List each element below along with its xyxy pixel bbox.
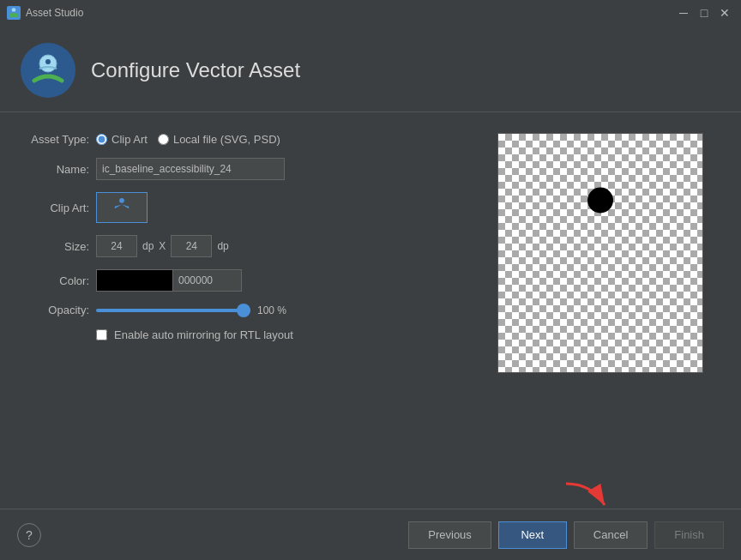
footer-left: ?	[17, 523, 41, 547]
android-studio-logo	[21, 43, 75, 98]
size-height-input[interactable]	[171, 235, 212, 257]
clip-art-radio-label[interactable]: Clip Art	[96, 133, 148, 146]
footer-right: Previous Next Cancel Finish	[408, 521, 724, 549]
name-label: Name:	[21, 163, 89, 176]
window-controls: ─ □ ✕	[674, 3, 734, 22]
asset-type-radio-group: Clip Art Local file (SVG, PSD)	[96, 133, 280, 146]
asset-studio-window: Asset Studio ─ □ ✕ Configure Vector Asse…	[0, 0, 741, 560]
dialog-body: Asset Type: Clip Art Local file (SVG, PS…	[0, 112, 741, 509]
window-title: Asset Studio	[26, 7, 674, 19]
clip-art-radio[interactable]	[96, 134, 107, 145]
title-bar: Asset Studio ─ □ ✕	[0, 0, 741, 26]
name-row: Name:	[21, 158, 480, 180]
clip-art-option-label: Clip Art	[111, 133, 148, 146]
help-button[interactable]: ?	[17, 523, 41, 547]
maximize-button[interactable]: □	[695, 3, 714, 22]
color-label: Color:	[21, 274, 89, 287]
opacity-controls: 100 %	[96, 304, 292, 316]
preview-figure	[523, 166, 678, 340]
rtl-checkbox-row: Enable auto mirroring for RTL layout	[21, 328, 480, 341]
size-row: Size: dp X dp	[21, 235, 480, 257]
page-title: Configure Vector Asset	[91, 58, 300, 82]
svg-point-2	[45, 59, 51, 64]
form-panel: Asset Type: Clip Art Local file (SVG, PS…	[21, 133, 480, 488]
accessibility-icon	[523, 166, 678, 338]
dialog-header: Configure Vector Asset	[0, 26, 741, 112]
main-content: Configure Vector Asset Asset Type: Clip …	[0, 26, 741, 560]
size-width-input[interactable]	[96, 235, 137, 257]
dialog-footer: ? Previous Next Cancel	[0, 509, 741, 560]
size-x-label: X	[159, 240, 166, 252]
svg-point-3	[119, 198, 124, 203]
name-input[interactable]	[96, 158, 285, 180]
local-file-option-label: Local file (SVG, PSD)	[173, 133, 280, 146]
close-button[interactable]: ✕	[715, 3, 734, 22]
svg-point-0	[12, 8, 16, 12]
asset-type-row: Asset Type: Clip Art Local file (SVG, PS…	[21, 133, 480, 146]
opacity-value: 100 %	[257, 304, 292, 316]
rtl-checkbox[interactable]	[96, 329, 107, 340]
color-value: 000000	[173, 269, 242, 292]
clip-art-button[interactable]	[96, 192, 148, 223]
rtl-checkbox-label: Enable auto mirroring for RTL layout	[114, 328, 293, 341]
minimize-button[interactable]: ─	[674, 3, 693, 22]
asset-type-label: Asset Type:	[21, 133, 89, 146]
size-inputs: dp X dp	[96, 235, 229, 257]
size-dp-label-2: dp	[217, 240, 228, 252]
size-dp-label-1: dp	[142, 240, 154, 252]
preview-box	[497, 133, 703, 373]
local-file-radio-label[interactable]: Local file (SVG, PSD)	[158, 133, 280, 146]
opacity-row: Opacity: 100 %	[21, 304, 480, 316]
preview-panel	[497, 133, 720, 488]
size-label: Size:	[21, 240, 89, 253]
opacity-label: Opacity:	[21, 304, 89, 316]
finish-button[interactable]: Finish	[654, 521, 724, 549]
next-button[interactable]: Next	[498, 521, 567, 549]
color-row: Color: 000000	[21, 269, 480, 292]
app-icon	[7, 6, 21, 20]
color-swatch[interactable]	[96, 269, 173, 292]
local-file-radio[interactable]	[158, 134, 169, 145]
opacity-slider[interactable]	[96, 309, 250, 312]
svg-point-6	[587, 188, 613, 214]
clip-art-label: Clip Art:	[21, 202, 89, 214]
color-input-group: 000000	[96, 269, 242, 292]
cancel-button[interactable]: Cancel	[574, 521, 648, 549]
clip-art-row: Clip Art:	[21, 192, 480, 223]
previous-button[interactable]: Previous	[408, 521, 491, 549]
